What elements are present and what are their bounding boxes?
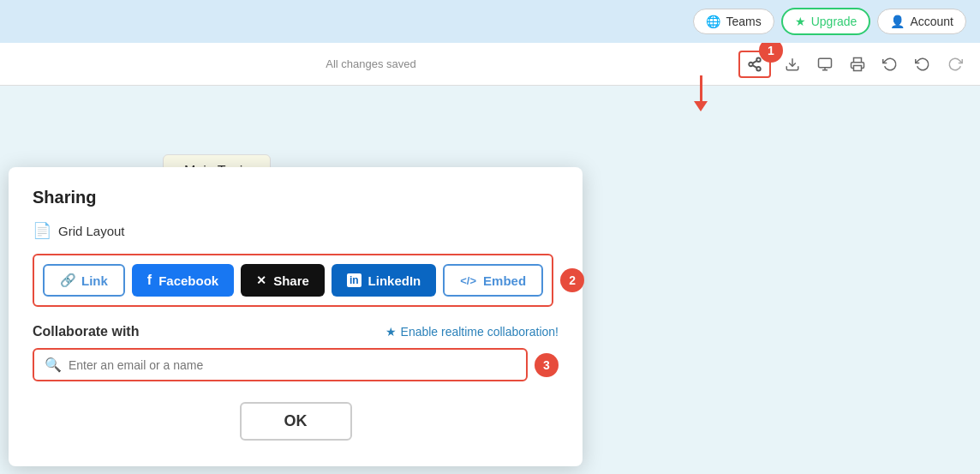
globe-icon: 🌐	[706, 15, 720, 28]
redo-button[interactable]	[944, 53, 966, 75]
ok-label: OK	[284, 412, 308, 429]
doc-icon: 📄	[33, 221, 51, 240]
user-icon: 👤	[890, 15, 905, 28]
linkedin-icon: in	[347, 273, 362, 287]
linkedin-button[interactable]: in LinkedIn	[332, 264, 436, 297]
account-button[interactable]: 👤 Account	[877, 9, 966, 34]
ok-button[interactable]: OK	[240, 402, 352, 441]
share-icon	[747, 57, 762, 72]
embed-label: Embed	[483, 273, 526, 288]
screen-button[interactable]	[814, 53, 836, 75]
svg-point-2	[756, 67, 761, 71]
linkedin-label: LinkedIn	[368, 273, 421, 288]
svg-point-1	[749, 62, 753, 66]
annotation-badge-2: 2	[560, 268, 584, 292]
undo-icon	[915, 57, 930, 72]
x-share-label: Share	[273, 273, 309, 288]
x-share-button[interactable]: ✕ Share	[241, 264, 325, 297]
facebook-label: Facebook	[158, 273, 218, 288]
search-badge-row: 🔍 3	[33, 348, 559, 381]
teams-label: Teams	[726, 15, 761, 28]
sharing-modal: Sharing 📄 Grid Layout 🔗 Link f Facebook …	[9, 167, 583, 466]
modal-doc-row: 📄 Grid Layout	[33, 221, 559, 240]
collaborate-title: Collaborate with	[33, 324, 139, 339]
download-icon	[785, 57, 800, 72]
realtime-link[interactable]: ★ Enable realtime collaboration!	[385, 325, 559, 339]
svg-rect-6	[818, 58, 831, 68]
star-blue-icon: ★	[385, 325, 397, 339]
svg-rect-9	[853, 65, 861, 70]
upgrade-button[interactable]: ★ Upgrade	[781, 8, 871, 35]
print-button[interactable]	[846, 53, 869, 75]
collaborator-search-input[interactable]	[69, 358, 516, 372]
embed-button[interactable]: </> Embed	[443, 264, 543, 297]
search-input-container: 🔍	[33, 348, 528, 381]
star-icon: ★	[795, 15, 806, 28]
realtime-link-label: Enable realtime collaboration!	[401, 325, 559, 339]
doc-name: Grid Layout	[58, 224, 125, 238]
annotation-badge-3: 3	[535, 353, 559, 377]
link-button[interactable]: 🔗 Link	[43, 264, 125, 297]
undo-button[interactable]	[911, 53, 934, 75]
upgrade-label: Upgrade	[811, 15, 858, 28]
search-icon: 🔍	[45, 357, 62, 373]
screen-icon	[817, 57, 833, 72]
svg-line-3	[752, 65, 756, 68]
link-label: Link	[81, 273, 108, 288]
link-icon: 🔗	[60, 273, 76, 288]
svg-line-4	[752, 60, 756, 63]
history-button[interactable]	[879, 53, 901, 75]
embed-code-icon: </>	[460, 274, 476, 287]
redo-icon	[947, 57, 963, 72]
download-button[interactable]	[781, 53, 804, 75]
svg-point-0	[756, 57, 761, 62]
modal-footer: OK	[33, 402, 559, 441]
history-icon	[882, 57, 898, 72]
share-buttons-container: 🔗 Link f Facebook ✕ Share in LinkedIn </…	[33, 254, 553, 307]
toolbar: All changes saved 1	[0, 43, 980, 86]
teams-button[interactable]: 🌐 Teams	[693, 9, 774, 34]
annotation-arrow-1	[694, 75, 708, 111]
print-icon	[850, 57, 865, 72]
x-icon: ✕	[256, 273, 266, 287]
top-nav-bar: 🌐 Teams ★ Upgrade 👤 Account	[0, 0, 980, 43]
facebook-button[interactable]: f Facebook	[132, 264, 234, 297]
collaborate-header: Collaborate with ★ Enable realtime colla…	[33, 324, 559, 339]
account-label: Account	[910, 15, 953, 28]
facebook-icon: f	[147, 273, 152, 288]
modal-title: Sharing	[33, 188, 559, 207]
save-status: All changes saved	[326, 57, 416, 70]
